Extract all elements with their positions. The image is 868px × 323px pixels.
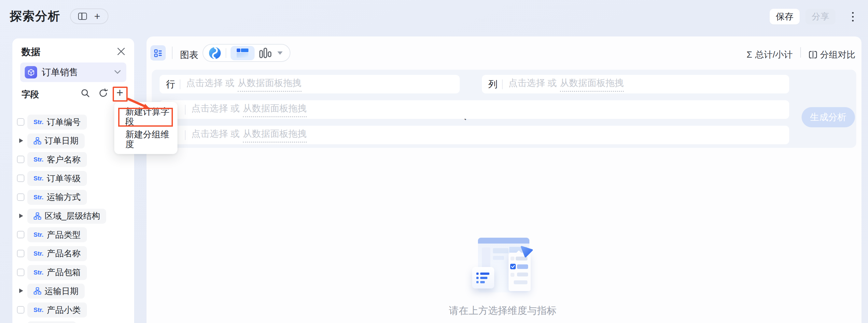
field-pill[interactable]: Str.订单等级	[27, 171, 87, 186]
shelf-3-placeholder: 点击选择 或 从数据面板拖拽	[191, 128, 307, 142]
field-row: Str.产品小类	[12, 302, 134, 318]
shelf-3[interactable]: 点击选择 或 从数据面板拖拽	[159, 126, 789, 144]
field-pill[interactable]: Str.订单编号	[27, 115, 87, 130]
search-icon[interactable]	[80, 88, 91, 98]
string-type-badge: Str.	[34, 250, 43, 257]
more-menu-icon[interactable]	[852, 12, 854, 22]
pill-divider	[226, 48, 226, 58]
sigma-icon: Σ	[747, 50, 752, 60]
field-name: 区域_层级结构	[44, 211, 100, 222]
empty-state-caption: 请在上方选择维度与指标	[421, 304, 584, 318]
field-pill[interactable]: Str.产品包箱	[27, 265, 87, 280]
field-checkbox[interactable]	[17, 193, 24, 201]
hierarchy-icon	[34, 137, 41, 145]
row-shelf[interactable]: 行 点击选择 或 从数据面板拖拽	[159, 75, 460, 93]
analysis-canvas: 图表	[147, 36, 862, 323]
close-icon[interactable]	[117, 47, 126, 56]
field-name: 运输日期	[44, 286, 79, 297]
totals-toggle[interactable]: Σ 总计/小计	[747, 49, 793, 61]
empty-state-illustration	[471, 234, 536, 296]
string-type-badge: Str.	[34, 194, 43, 201]
field-pill	[27, 321, 76, 323]
field-row-partial	[12, 321, 134, 323]
menu-item-new-group-dimension[interactable]: 新建分组维度	[114, 130, 178, 149]
hierarchy-icon	[34, 212, 41, 220]
ai-logo-icon[interactable]	[208, 46, 221, 60]
field-pill[interactable]: Str.产品名称	[27, 246, 87, 261]
app: 探索分析 + 保存 分享 数据 订单销售 字段	[0, 0, 868, 323]
field-checkbox[interactable]	[17, 118, 24, 126]
field-name: 产品小类	[47, 304, 81, 316]
field-pill[interactable]: 订单日期	[27, 133, 85, 149]
field-pill[interactable]: 运输日期	[27, 284, 85, 298]
data-panel-title: 数据	[22, 45, 40, 59]
column-shelf-label: 列	[488, 78, 497, 91]
field-row: Str.产品包箱	[12, 265, 134, 280]
group-compare-icon	[809, 51, 817, 59]
share-button[interactable]: 分享	[805, 9, 835, 25]
field-checkbox[interactable]	[17, 156, 24, 163]
field-checkbox[interactable]	[17, 269, 24, 276]
field-checkbox[interactable]	[17, 306, 24, 314]
checked-checkbox-icon	[510, 264, 516, 269]
fields-title: 字段	[22, 89, 39, 100]
expand-arrow-icon[interactable]	[19, 138, 23, 143]
dataset-selector[interactable]: 订单销售	[20, 63, 126, 82]
field-pill[interactable]: Str.产品类型	[27, 227, 87, 242]
group-compare-label: 分组对比	[820, 49, 855, 61]
field-checkbox[interactable]	[17, 174, 24, 182]
field-pill[interactable]: Str.产品小类	[27, 302, 87, 318]
field-name: 订单编号	[47, 117, 81, 128]
annotation-arrow	[125, 96, 158, 117]
generate-analysis-button[interactable]: 生成分析	[802, 107, 855, 127]
refresh-icon[interactable]	[98, 88, 108, 98]
toolbar-divider	[800, 47, 801, 58]
field-name: 客户名称	[47, 154, 81, 165]
group-compare-toggle[interactable]: 分组对比	[809, 49, 855, 61]
field-row: Str.客户名称	[12, 152, 134, 167]
field-row: Str.运输方式	[12, 190, 134, 205]
field-pill[interactable]: Str.运输方式	[27, 190, 87, 205]
string-type-badge: Str.	[34, 119, 43, 126]
field-config-button[interactable]	[150, 45, 166, 61]
column-shelf[interactable]: 列 点击选择 或 从数据面板拖拽	[482, 75, 789, 93]
field-checkbox[interactable]	[17, 231, 24, 238]
hierarchy-icon	[34, 287, 41, 295]
string-type-badge: Str.	[34, 175, 43, 182]
field-row: 运输日期	[12, 284, 134, 298]
list-card-mock	[472, 267, 494, 289]
string-type-badge: Str.	[34, 231, 43, 238]
chart-type-caret-icon[interactable]	[277, 52, 283, 55]
table-chart-type-selected[interactable]	[230, 46, 255, 60]
save-button[interactable]: 保存	[770, 9, 800, 25]
split-panel-icon[interactable]	[78, 13, 87, 20]
dataset-cube-icon	[25, 66, 37, 78]
string-type-badge: Str.	[34, 306, 43, 314]
chart-label: 图表	[180, 49, 198, 61]
field-name: 产品包箱	[47, 267, 81, 278]
data-panel: 数据 订单销售 字段	[12, 38, 134, 323]
add-view-icon[interactable]: +	[94, 11, 100, 21]
chevron-down-icon	[114, 70, 121, 74]
shelf-2[interactable]: 点击选择 或 从数据面板拖拽	[159, 100, 789, 119]
table-icon	[236, 48, 249, 58]
field-pill[interactable]: Str.客户名称	[27, 152, 87, 167]
totals-label: 总计/小计	[755, 49, 793, 61]
page-title: 探索分析	[10, 8, 61, 25]
field-checkbox[interactable]	[17, 250, 24, 257]
toolbar-divider	[172, 46, 173, 59]
dataset-name: 订单销售	[42, 66, 78, 78]
expand-arrow-icon[interactable]	[19, 214, 23, 218]
column-shelf-placeholder: 点击选择 或 从数据面板拖拽	[508, 77, 624, 92]
field-name: 产品名称	[47, 248, 81, 259]
field-row: Str.产品名称	[12, 246, 134, 261]
shelf-area: 行 点击选择 或 从数据面板拖拽 ⇌ 列 点击选择 或 从数据面板拖拽 生成分析	[152, 70, 856, 148]
string-type-badge: Str.	[34, 269, 43, 276]
expand-arrow-icon[interactable]	[19, 289, 23, 293]
bar-chart-icon[interactable]	[259, 47, 272, 59]
field-row: 区域_层级结构	[12, 209, 134, 224]
string-type-badge: Str.	[34, 156, 43, 163]
field-name: 订单等级	[47, 173, 81, 184]
field-pill[interactable]: 区域_层级结构	[27, 209, 106, 224]
field-row: Str.订单等级	[12, 171, 134, 186]
